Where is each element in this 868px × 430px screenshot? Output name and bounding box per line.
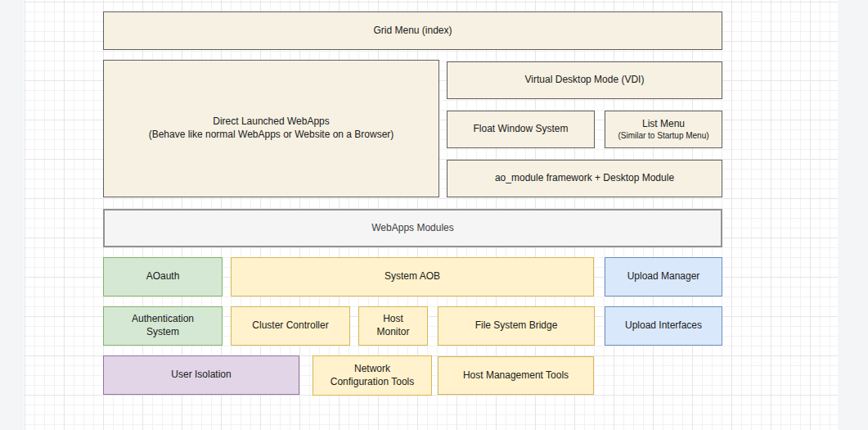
shape-label: Direct Launched WebApps bbox=[213, 115, 330, 129]
shape-direct-launched-webapps[interactable]: Direct Launched WebApps (Behave like nor… bbox=[103, 60, 439, 197]
shape-label: AOauth bbox=[146, 270, 180, 283]
shape-label: Upload Interfaces bbox=[625, 319, 702, 333]
shape-ao-module-framework[interactable]: ao_module framework + Desktop Module bbox=[447, 160, 722, 197]
shape-label: Host Management Tools bbox=[463, 369, 569, 382]
shape-label: List Menu bbox=[642, 118, 685, 131]
shape-label: User Isolation bbox=[171, 369, 231, 382]
shape-float-window-system[interactable]: Float Window System bbox=[447, 111, 595, 148]
drawio-page: Grid Menu (index) Direct Launched WebApp… bbox=[0, 0, 868, 430]
shape-authentication-system[interactable]: Authentication System bbox=[103, 306, 223, 346]
shape-label: Float Window System bbox=[473, 123, 568, 136]
shape-file-system-bridge[interactable]: File System Bridge bbox=[438, 306, 595, 346]
shape-label: Host bbox=[383, 313, 403, 326]
shape-aoauth[interactable]: AOauth bbox=[103, 257, 223, 296]
shape-label: Network bbox=[354, 363, 390, 376]
shape-label: Authentication bbox=[132, 313, 194, 326]
shape-upload-manager[interactable]: Upload Manager bbox=[605, 257, 722, 296]
shape-label: WebApps Modules bbox=[371, 222, 454, 235]
shape-user-isolation[interactable]: User Isolation bbox=[103, 355, 299, 395]
shape-sublabel: Configuration Tools bbox=[331, 376, 415, 389]
shape-sublabel: System bbox=[146, 326, 179, 339]
shape-sublabel: (Similar to Startup Menu) bbox=[618, 131, 708, 142]
shape-system-aob[interactable]: System AOB bbox=[231, 257, 594, 296]
canvas-left-margin bbox=[0, 0, 24, 430]
shape-host-monitor[interactable]: Host Monitor bbox=[358, 306, 428, 346]
shape-label: ao_module framework + Desktop Module bbox=[495, 172, 674, 185]
shape-virtual-desktop-mode[interactable]: Virtual Desktop Mode (VDI) bbox=[447, 61, 722, 99]
shape-label: Virtual Desktop Mode (VDI) bbox=[525, 74, 645, 87]
shape-label: Cluster Controller bbox=[252, 319, 328, 333]
shape-grid-menu[interactable]: Grid Menu (index) bbox=[103, 11, 722, 50]
shape-sublabel: (Behave like normal WebApps or Website o… bbox=[149, 129, 394, 142]
shape-list-menu[interactable]: List Menu (Similar to Startup Menu) bbox=[605, 111, 722, 148]
shape-label: Upload Manager bbox=[627, 270, 700, 283]
shape-sublabel: Monitor bbox=[376, 326, 409, 339]
shape-label: Grid Menu (index) bbox=[373, 25, 452, 38]
shape-label: File System Bridge bbox=[475, 319, 558, 333]
shape-label: System AOB bbox=[385, 270, 440, 283]
shape-cluster-controller[interactable]: Cluster Controller bbox=[231, 306, 350, 346]
canvas-right-margin bbox=[838, 0, 868, 430]
shape-host-management-tools[interactable]: Host Management Tools bbox=[438, 356, 594, 395]
shape-network-configuration-tools[interactable]: Network Configuration Tools bbox=[313, 355, 432, 396]
shape-webapps-modules[interactable]: WebApps Modules bbox=[103, 209, 722, 247]
shape-upload-interfaces[interactable]: Upload Interfaces bbox=[605, 306, 722, 346]
